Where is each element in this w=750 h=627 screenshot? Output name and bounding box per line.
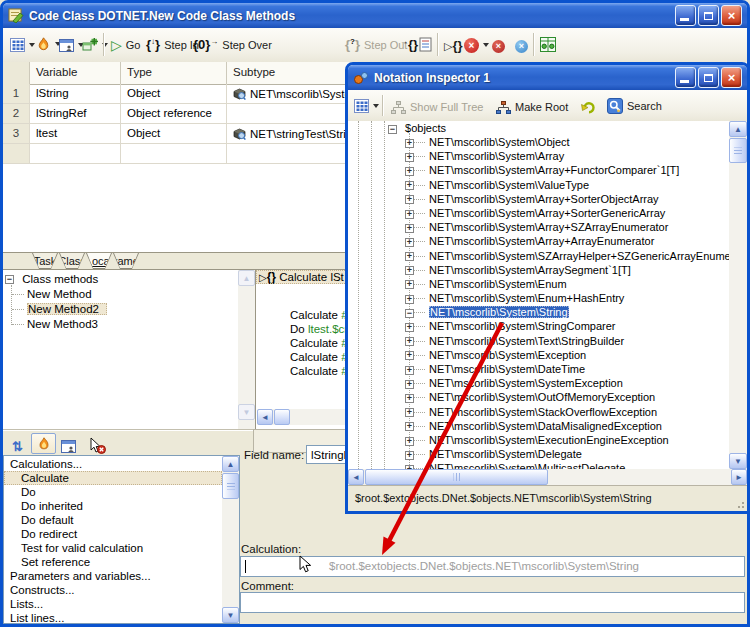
calculation-input[interactable]: $root.$extobjects.DNet.$objects.NET\msco… — [240, 556, 745, 577]
step-out-button[interactable]: {?} Step Out — [345, 34, 407, 56]
refresh-button[interactable] — [581, 95, 596, 117]
inspector-tree-item[interactable]: NET\mscorlib\System\Array+SZArrayEnumera… — [348, 220, 729, 234]
command-list-item[interactable]: Calculate — [4, 471, 222, 485]
expand-icon[interactable] — [405, 153, 414, 162]
command-list-item[interactable]: Constructs... — [4, 583, 222, 597]
method-tree-item[interactable]: New Method3 — [5, 317, 238, 332]
inspector-vscrollbar[interactable]: ▲ ▼ — [729, 121, 747, 469]
variable-panel-button[interactable] — [540, 33, 556, 55]
expand-icon[interactable] — [405, 224, 414, 233]
expand-icon[interactable] — [405, 181, 414, 190]
expand-icon[interactable] — [405, 408, 414, 417]
inspector-tree-item[interactable]: NET\mscorlib\System\Array — [348, 149, 729, 163]
inspector-tree-item[interactable]: NET\mscorlib\System\ValueType — [348, 178, 729, 192]
scroll-left-icon[interactable]: ◄ — [348, 469, 364, 485]
command-list-item[interactable]: Parameters and variables... — [4, 569, 222, 583]
command-list-item[interactable]: Test for valid calculation — [4, 541, 222, 555]
tab[interactable]: Task — [32, 253, 58, 269]
command-list-item[interactable]: Do default — [4, 513, 222, 527]
comment-input[interactable] — [240, 592, 745, 613]
tab[interactable]: Local — [86, 253, 112, 269]
fields-mode-button[interactable] — [61, 435, 76, 457]
scroll-down-icon[interactable]: ▼ — [222, 607, 239, 623]
dropdown-caret-icon[interactable] — [373, 104, 379, 108]
inspector-tree-item[interactable]: NET\mscorlib\System\Enum+HashEntry — [348, 291, 729, 305]
scroll-left-icon[interactable]: ◄ — [257, 409, 273, 425]
inspector-tree-root[interactable]: $objects — [348, 121, 729, 135]
dropdown-caret-icon[interactable] — [483, 43, 489, 47]
expand-icon[interactable] — [405, 210, 414, 219]
inspector-tree-item[interactable]: NET\mscorlib\System\Exception — [348, 348, 729, 362]
dropdown-caret-icon[interactable] — [29, 43, 35, 47]
go-button[interactable]: ▷ Go — [111, 34, 140, 56]
expand-icon[interactable] — [405, 266, 414, 275]
scroll-thumb[interactable] — [365, 469, 548, 485]
inspector-tree-item[interactable]: NET\mscorlib\System\DataMisalignedExcept… — [348, 419, 729, 433]
scroll-up-icon[interactable]: ▲ — [238, 270, 255, 286]
inspector-tree-item[interactable]: NET\mscorlib\System\ExecutionEngineExcep… — [348, 433, 729, 447]
expand-icon[interactable] — [405, 167, 414, 176]
inspector-tree-item[interactable]: NET\mscorlib\System\Array+ArrayEnumerato… — [348, 234, 729, 248]
inspector-tree-item[interactable]: NET\mscorlib\System\Array+FunctorCompare… — [348, 163, 729, 177]
minimize-button[interactable] — [675, 67, 696, 88]
expand-icon[interactable] — [405, 195, 414, 204]
inspector-tree-item[interactable]: NET\mscorlib\System\StackOverflowExcepti… — [348, 405, 729, 419]
inspector-tree-item[interactable]: NET\mscorlib\System\StringComparer — [348, 319, 729, 333]
inspector-tree-item[interactable]: NET\mscorlib\System\Array+SorterObjectAr… — [348, 192, 729, 206]
fields-button[interactable] — [59, 34, 84, 56]
method-tree-item[interactable]: New Method2 — [5, 302, 238, 317]
command-list-item[interactable]: Lists... — [4, 597, 222, 611]
expand-icon[interactable] — [405, 280, 414, 289]
inspector-tree-item[interactable]: NET\mscorlib\System\ArraySegment`1[T] — [348, 263, 729, 277]
scroll-down-icon[interactable]: ▼ — [238, 404, 255, 420]
column-header-num[interactable] — [3, 62, 30, 84]
column-header-type[interactable]: Type — [121, 62, 227, 84]
expand-icon[interactable] — [405, 295, 414, 304]
breakpoint-button[interactable]: ▷{} — [444, 34, 463, 56]
expand-icon[interactable] — [405, 309, 414, 318]
scroll-thumb[interactable] — [274, 409, 290, 425]
inspector-tree-item[interactable]: NET\mscorlib\System\DateTime — [348, 362, 729, 376]
inspector-hscrollbar[interactable]: ◄ ► — [348, 469, 747, 485]
expand-icon[interactable] — [405, 394, 414, 403]
sort-lines-button[interactable]: ⇅ — [12, 435, 23, 457]
inspector-tree-item[interactable]: NET\mscorlib\System\Array+SorterGenericA… — [348, 206, 729, 220]
expand-icon[interactable] — [405, 437, 414, 446]
inspector-tree-item[interactable]: NET\mscorlib\System\Enum — [348, 277, 729, 291]
command-list-item[interactable]: List lines... — [4, 611, 222, 624]
expand-icon[interactable] — [405, 323, 414, 332]
step-over-button[interactable]: {0}→ Step Over — [193, 34, 272, 56]
expand-icon[interactable] — [405, 337, 414, 346]
inspector-tree-item[interactable]: NET\mscorlib\System\Text\StringBuilder — [348, 334, 729, 348]
method-tree-item[interactable]: New Method — [5, 287, 238, 302]
inspector-tree-item[interactable]: NET\mscorlib\System\OutOfMemoryException — [348, 390, 729, 404]
method-tree-root[interactable]: Class methods — [5, 272, 238, 287]
scroll-up-icon[interactable]: ▲ — [729, 121, 747, 137]
inspector-tree-item[interactable]: NET\mscorlib\System\SystemException — [348, 376, 729, 390]
inspector-tree-item[interactable]: NET\mscorlib\System\Object — [348, 135, 729, 149]
main-titlebar[interactable]: Code Class DOTNET.New Code Class Methods… — [3, 3, 747, 28]
expand-icon[interactable] — [405, 252, 414, 261]
close-button[interactable]: × — [721, 5, 742, 26]
command-list-item[interactable]: Set reference — [4, 555, 222, 569]
clear-error-button[interactable]: × — [492, 35, 505, 57]
maximize-button[interactable] — [698, 5, 719, 26]
minimize-button[interactable] — [675, 5, 696, 26]
inspector-tree-item[interactable]: NET\mscorlib\System\MulticastDelegate — [348, 461, 729, 469]
command-list-scrollbar[interactable]: ▲ ▼ — [222, 456, 239, 623]
expand-icon[interactable] — [405, 380, 414, 389]
scroll-thumb[interactable] — [729, 138, 747, 163]
command-list-item[interactable]: Do redirect — [4, 527, 222, 541]
command-list-item[interactable]: Calculations... — [4, 457, 222, 471]
collapse-icon[interactable] — [388, 125, 397, 134]
method-tree-scrollbar[interactable]: ▲ ▼ — [238, 270, 255, 430]
resize-grip[interactable] — [735, 499, 745, 509]
inspector-tree-item[interactable]: NET\mscorlib\System\String — [348, 305, 729, 319]
scroll-thumb[interactable] — [222, 473, 239, 499]
command-list-item[interactable]: Do — [4, 485, 222, 499]
expand-icon[interactable] — [405, 422, 414, 431]
maximize-button[interactable] — [698, 67, 719, 88]
show-full-tree-button[interactable]: Show Full Tree — [391, 96, 483, 118]
methods-button[interactable] — [36, 33, 61, 55]
tab[interactable]: Class — [59, 253, 85, 269]
